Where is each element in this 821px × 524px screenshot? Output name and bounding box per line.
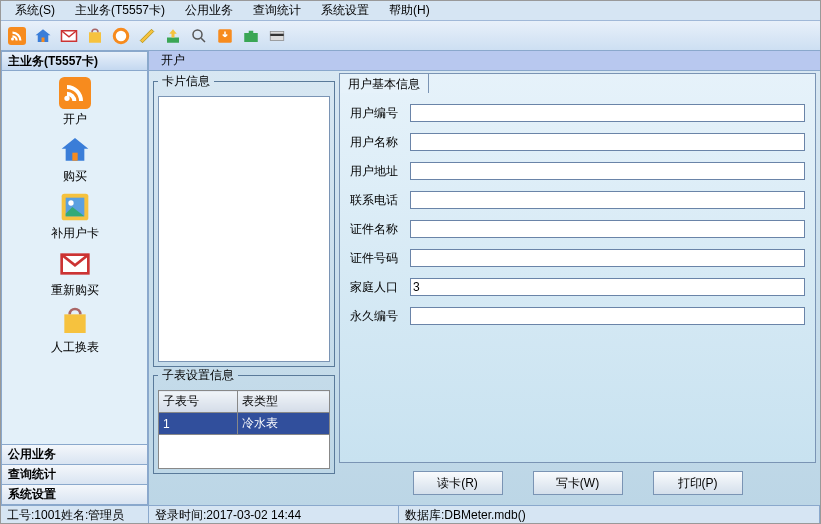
sidebar-query-stats[interactable]: 查询统计 bbox=[1, 465, 148, 485]
svg-rect-11 bbox=[270, 33, 284, 35]
sidebar-item-manual[interactable]: 人工换表 bbox=[2, 305, 147, 356]
input-user-no[interactable] bbox=[410, 104, 805, 122]
label-id-name: 证件名称 bbox=[350, 221, 410, 238]
page-title: 开户 bbox=[149, 51, 820, 71]
card-info-legend: 卡片信息 bbox=[158, 73, 214, 90]
toolbar bbox=[1, 21, 820, 51]
svg-rect-0 bbox=[8, 27, 26, 45]
cell-no: 1 bbox=[159, 413, 238, 435]
rss-icon bbox=[59, 77, 91, 109]
sidebar-body: 开户 购买 补用户卡 重新购买 人工换表 bbox=[1, 71, 148, 445]
input-family[interactable] bbox=[410, 278, 805, 296]
label-user-no: 用户编号 bbox=[350, 105, 410, 122]
svg-point-4 bbox=[114, 29, 128, 43]
sub-col-no[interactable]: 子表号 bbox=[159, 391, 238, 413]
bag-icon[interactable] bbox=[83, 24, 107, 48]
picture-icon bbox=[59, 191, 91, 223]
sidebar-header[interactable]: 主业务(T5557卡) bbox=[1, 51, 148, 71]
input-id-no[interactable] bbox=[410, 249, 805, 267]
sidebar-item-label: 补用户卡 bbox=[51, 225, 99, 242]
menu-system[interactable]: 系统(S) bbox=[5, 0, 65, 21]
menu-query-stats[interactable]: 查询统计 bbox=[243, 0, 311, 21]
svg-rect-1 bbox=[42, 37, 45, 42]
svg-rect-18 bbox=[64, 314, 85, 333]
download-icon[interactable] bbox=[213, 24, 237, 48]
lifebuoy-icon[interactable] bbox=[109, 24, 133, 48]
print-button[interactable]: 打印(P) bbox=[653, 471, 743, 495]
sidebar: 主业务(T5557卡) 开户 购买 补用户卡 重新购买 人工换表 bbox=[1, 51, 149, 505]
svg-rect-3 bbox=[89, 32, 101, 43]
card-info-group: 卡片信息 bbox=[153, 73, 335, 367]
sidebar-item-label: 重新购买 bbox=[51, 282, 99, 299]
input-id-name[interactable] bbox=[410, 220, 805, 238]
label-perm-no: 永久编号 bbox=[350, 308, 410, 325]
card-list[interactable] bbox=[158, 96, 330, 362]
home-icon bbox=[59, 134, 91, 166]
sidebar-item-rebuy[interactable]: 重新购买 bbox=[2, 248, 147, 299]
label-id-no: 证件号码 bbox=[350, 250, 410, 267]
menu-help[interactable]: 帮助(H) bbox=[379, 0, 440, 21]
sub-settings-legend: 子表设置信息 bbox=[158, 367, 238, 384]
svg-rect-9 bbox=[249, 30, 254, 32]
sidebar-settings[interactable]: 系统设置 bbox=[1, 485, 148, 505]
input-user-name[interactable] bbox=[410, 133, 805, 151]
svg-point-6 bbox=[193, 30, 202, 39]
sidebar-public-biz[interactable]: 公用业务 bbox=[1, 445, 148, 465]
menu-main-biz[interactable]: 主业务(T5557卡) bbox=[65, 0, 175, 21]
cell-type: 冷水表 bbox=[237, 413, 329, 435]
svg-rect-8 bbox=[244, 33, 258, 42]
briefcase-icon[interactable] bbox=[239, 24, 263, 48]
write-card-button[interactable]: 写卡(W) bbox=[533, 471, 623, 495]
button-row: 读卡(R) 写卡(W) 打印(P) bbox=[339, 471, 816, 495]
status-login-time: 登录时间:2017-03-02 14:44 bbox=[149, 506, 399, 524]
ruler-icon[interactable] bbox=[135, 24, 159, 48]
svg-rect-13 bbox=[72, 153, 77, 161]
svg-rect-5 bbox=[167, 37, 179, 42]
sidebar-item-label: 人工换表 bbox=[51, 339, 99, 356]
svg-point-16 bbox=[68, 200, 73, 205]
sidebar-item-buy[interactable]: 购买 bbox=[2, 134, 147, 185]
svg-rect-12 bbox=[59, 77, 91, 109]
mail-icon[interactable] bbox=[57, 24, 81, 48]
user-info-tabset: 用户基本信息 用户编号 用户名称 用户地址 联系电话 证件名称 证件号码 家庭人… bbox=[339, 73, 816, 463]
home-icon[interactable] bbox=[31, 24, 55, 48]
sub-settings-group: 子表设置信息 子表号 表类型 1 冷水表 bbox=[153, 367, 335, 474]
rss-icon[interactable] bbox=[5, 24, 29, 48]
upload-icon[interactable] bbox=[161, 24, 185, 48]
card-icon[interactable] bbox=[265, 24, 289, 48]
menu-settings[interactable]: 系统设置 bbox=[311, 0, 379, 21]
input-perm-no[interactable] bbox=[410, 307, 805, 325]
sub-table[interactable]: 子表号 表类型 1 冷水表 bbox=[158, 390, 330, 435]
status-user: 工号:1001姓名:管理员 bbox=[1, 506, 149, 524]
sub-col-type[interactable]: 表类型 bbox=[237, 391, 329, 413]
sidebar-item-reissue[interactable]: 补用户卡 bbox=[2, 191, 147, 242]
mail-icon bbox=[59, 248, 91, 280]
label-user-name: 用户名称 bbox=[350, 134, 410, 151]
label-phone: 联系电话 bbox=[350, 192, 410, 209]
bag-icon bbox=[59, 305, 91, 337]
sidebar-item-label: 开户 bbox=[63, 111, 87, 128]
tab-user-basic[interactable]: 用户基本信息 bbox=[339, 73, 429, 93]
search-icon[interactable] bbox=[187, 24, 211, 48]
sidebar-item-open[interactable]: 开户 bbox=[2, 77, 147, 128]
main: 开户 卡片信息 子表设置信息 子表号 表类型 1 bbox=[149, 51, 820, 505]
statusbar: 工号:1001姓名:管理员 登录时间:2017-03-02 14:44 数据库:… bbox=[1, 505, 820, 524]
menubar: 系统(S) 主业务(T5557卡) 公用业务 查询统计 系统设置 帮助(H) bbox=[1, 1, 820, 21]
input-user-addr[interactable] bbox=[410, 162, 805, 180]
input-phone[interactable] bbox=[410, 191, 805, 209]
table-row[interactable]: 1 冷水表 bbox=[159, 413, 330, 435]
menu-public-biz[interactable]: 公用业务 bbox=[175, 0, 243, 21]
sub-table-empty bbox=[158, 435, 330, 469]
read-card-button[interactable]: 读卡(R) bbox=[413, 471, 503, 495]
label-family: 家庭人口 bbox=[350, 279, 410, 296]
sidebar-item-label: 购买 bbox=[63, 168, 87, 185]
label-user-addr: 用户地址 bbox=[350, 163, 410, 180]
status-database: 数据库:DBMeter.mdb() bbox=[399, 506, 820, 524]
